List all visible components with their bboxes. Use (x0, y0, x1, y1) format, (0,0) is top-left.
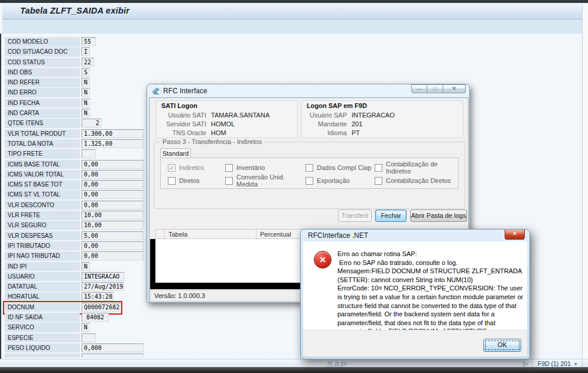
field-label: VLR FRETE (5, 211, 80, 220)
field-input[interactable]: 10,00 (82, 211, 144, 220)
table-row: IND IPI N (5, 262, 90, 272)
field-input[interactable]: 27/Aug/2019 (82, 282, 124, 291)
table-row: IND OBS S (5, 68, 90, 78)
statusbar-right-group: ▷ │ F9D (1) 201 ▼ │ (524, 359, 584, 368)
field-input[interactable]: 0,00 (82, 190, 144, 199)
field-input[interactable]: 0,00 (82, 201, 144, 210)
field-label (5, 354, 80, 358)
abrir-pasta-logs-button[interactable]: Abrir Pasta de logs (410, 210, 467, 222)
table-row: SERVICO N (5, 323, 90, 333)
field-input[interactable]: 10,00 (82, 221, 144, 230)
field-label: VLR TOTAL PRODUT (5, 129, 80, 139)
field-input[interactable]: 15:43:28 (82, 292, 113, 301)
field-input[interactable]: N (82, 262, 90, 271)
field-input[interactable]: 5,00 (82, 231, 144, 240)
fechar-button[interactable]: Fechar (375, 210, 407, 222)
system-session-label[interactable]: F9D (1) 201 (538, 360, 571, 367)
checkbox[interactable] (168, 177, 176, 185)
checkbox-label: Exportação (317, 177, 350, 184)
field-input[interactable]: 0,00 (82, 180, 144, 189)
field-input[interactable]: INTEGRACAO (82, 272, 124, 281)
checkbox[interactable] (306, 164, 313, 172)
checkbox[interactable] (375, 164, 382, 172)
field-input[interactable]: 1.300,00 (82, 129, 144, 138)
field-label: TOTAL DA NOTA (5, 139, 80, 149)
field-input[interactable]: S (82, 68, 90, 77)
minimize-button[interactable]: — (411, 84, 427, 93)
field-input[interactable]: 0,00 (82, 170, 144, 179)
field-input[interactable]: I (82, 47, 90, 56)
screen: { "colors": { "highlight_red": "#dd1414"… (0, 0, 588, 373)
field-label: IND IPI (5, 262, 80, 271)
statusbar-separator: │ (531, 361, 535, 367)
logon-value: HOM (211, 129, 226, 138)
table-row: ESPECIE (5, 333, 96, 343)
checkbox[interactable]: ✓ (168, 164, 176, 172)
field-input[interactable]: 84082 (82, 313, 109, 322)
logon-value: 201 (352, 120, 362, 129)
checkbox[interactable] (225, 164, 233, 172)
field-input[interactable]: Q000072682 (82, 303, 121, 312)
error-icon: ✕ (314, 251, 332, 269)
ok-button[interactable]: OK (483, 339, 521, 352)
dialog-content: ✕ Erro ao chamar rotina SAP: Erro no SAP… (303, 241, 527, 331)
field-input[interactable]: N (82, 88, 90, 97)
field-input[interactable]: 1.325,00 (82, 139, 144, 148)
field-label: COD SITUACAO DOC (5, 47, 80, 57)
field-input[interactable] (82, 354, 144, 358)
field-input[interactable]: 0,00 (82, 241, 144, 250)
table-column-tabela[interactable]: Tabela (165, 230, 256, 238)
statusbar-separator: │ (581, 361, 584, 367)
field-input[interactable]: 2 (82, 119, 102, 127)
checkbox-label: Indiretos (179, 164, 204, 171)
field-label: ESPECIE (5, 333, 80, 343)
field-input[interactable] (82, 149, 96, 158)
field-input[interactable]: N (82, 78, 90, 87)
logon-label: Idioma (302, 129, 347, 138)
field-input[interactable]: N (82, 323, 90, 332)
window-caption-buttons: — □ ✕ (411, 84, 466, 93)
table-row: VLR SEGURO 10,00 (5, 221, 144, 231)
table-row: IND FECHA N (5, 99, 90, 109)
dialog-close-button[interactable]: ✕ (505, 230, 525, 240)
field-label: ICMS VALOR TOTAL (5, 170, 80, 179)
close-button[interactable]: ✕ (443, 84, 466, 93)
logon-label: Usuário SAP (302, 111, 347, 120)
field-input[interactable]: 0,00 (82, 251, 144, 260)
table-row: ID NF SAIDA 84082 (5, 313, 109, 323)
statusbar-expand-icon[interactable]: ▷ (524, 361, 528, 367)
step3-group: Passo 3 - Transferência - Indiretos Stan… (154, 142, 465, 209)
logon-value: HOMOL (211, 120, 235, 129)
field-input[interactable]: N (82, 109, 90, 117)
checkbox-item: Exportação (306, 177, 375, 185)
table-selector-column (156, 230, 165, 238)
checkbox-item: Contabilização Diretos (375, 177, 458, 185)
checkbox-label: Contabilização de Indiretos (386, 161, 458, 175)
checkbox[interactable] (225, 177, 233, 185)
field-input[interactable]: 0,000 (82, 343, 144, 352)
field-input[interactable] (82, 333, 96, 342)
field-input[interactable]: 0,00 (82, 160, 144, 169)
field-input[interactable]: N (82, 99, 90, 107)
table-row: VLR TOTAL PRODUT 1.300,00 (5, 129, 144, 139)
rfc-window-titlebar[interactable]: RFC Interface — □ ✕ (147, 84, 469, 97)
field-label: DOCNUM (5, 303, 80, 312)
field-label: ICMS BASE TOTAL (5, 160, 80, 169)
table-row: IND ERRO N (5, 88, 90, 98)
windows-taskbar[interactable] (0, 367, 588, 373)
logon-row: Servidor SATI HOMOL (157, 120, 297, 129)
dialog-title: RFCInterface .NET (308, 231, 368, 240)
transferir-button[interactable]: Transferir (338, 210, 372, 222)
checkbox[interactable] (375, 177, 382, 185)
checkbox-grid: ✓ Indiretos Inventário Dados Compl Ciap … (168, 161, 458, 187)
checkbox[interactable] (306, 177, 313, 185)
chevron-down-icon[interactable]: ▼ (574, 362, 578, 366)
checkbox-item: Conversão Unid. Medida (225, 174, 306, 188)
logon-row: Usuário SATI TAMARA.SANTANA (157, 111, 297, 120)
tab-standard[interactable]: Standard (160, 148, 191, 158)
maximize-button[interactable]: □ (427, 84, 443, 93)
field-input[interactable]: 22 (82, 58, 94, 67)
checkbox-label: Dados Compl Ciap (317, 164, 371, 171)
table-row: COD SITUACAO DOC I (5, 47, 90, 57)
field-input[interactable]: 55 (82, 37, 96, 46)
